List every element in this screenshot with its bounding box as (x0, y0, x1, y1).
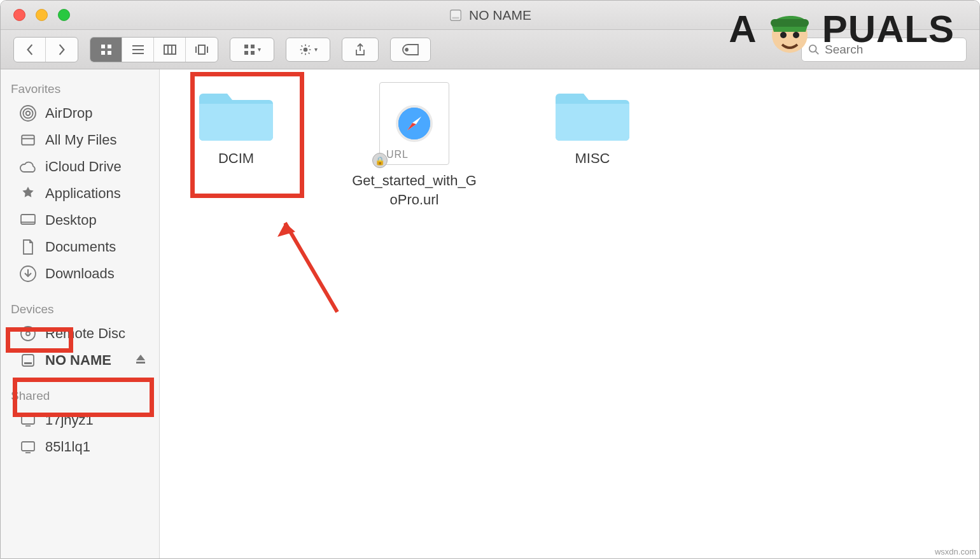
svg-point-19 (303, 47, 307, 52)
folder-icon (554, 82, 631, 143)
search-icon (808, 44, 820, 55)
search-input[interactable] (825, 43, 960, 57)
all-files-icon (18, 132, 38, 148)
svg-point-20 (405, 48, 408, 51)
sidebar-item-shared-2[interactable]: 85l1lq1 (1, 434, 159, 460)
icon-view-button[interactable] (90, 38, 122, 62)
svg-rect-18 (251, 51, 255, 55)
file-label: Get_started_with_GoPro.url (351, 171, 478, 209)
file-item-misc[interactable]: MISC (529, 82, 656, 168)
svg-point-24 (23, 108, 32, 118)
sidebar-item-documents[interactable]: Documents (1, 234, 159, 260)
sidebar-item-label: NO NAME (45, 352, 111, 369)
sidebar-item-label: 17jnyz1 (45, 412, 94, 428)
disk-icon (18, 353, 38, 368)
devices-header: Devices (1, 299, 64, 320)
cloud-icon (18, 160, 38, 173)
favorites-header: Favorites (1, 78, 71, 100)
folder-icon (198, 82, 274, 143)
window-title-text: NO NAME (469, 8, 531, 23)
safari-icon (396, 105, 433, 142)
svg-rect-33 (22, 355, 34, 366)
toolbar: ▾ ▾ (1, 30, 979, 69)
svg-point-21 (809, 45, 816, 52)
svg-point-23 (26, 111, 31, 116)
file-item-gopro-url[interactable]: URL 🔒 Get_started_with_GoPro.url (351, 82, 478, 209)
svg-rect-26 (22, 135, 34, 145)
sidebar-item-downloads[interactable]: Downloads (1, 260, 159, 287)
traffic-lights (1, 9, 70, 21)
close-button[interactable] (13, 9, 25, 21)
sidebar-item-airdrop[interactable]: AirDrop (1, 100, 159, 127)
search-field[interactable] (801, 38, 967, 62)
arrange-button[interactable]: ▾ (230, 38, 274, 62)
disc-icon (18, 325, 38, 342)
sidebar-item-label: AirDrop (45, 105, 93, 122)
svg-rect-34 (24, 362, 32, 364)
sidebar-item-label: Downloads (45, 265, 115, 282)
svg-rect-16 (251, 45, 255, 48)
svg-rect-2 (101, 45, 105, 48)
file-label: MISC (575, 149, 610, 168)
computer-icon (18, 440, 38, 454)
url-file-icon: URL 🔒 (379, 82, 449, 165)
fullscreen-button[interactable] (58, 9, 70, 21)
downloads-icon (18, 265, 38, 282)
svg-point-32 (26, 332, 30, 336)
computer-icon (18, 413, 38, 427)
svg-line-22 (816, 51, 819, 54)
footer-source: wsxdn.com (935, 547, 976, 556)
sidebar-item-label: Documents (45, 239, 116, 255)
svg-rect-9 (164, 45, 176, 54)
sidebar-item-icloud-drive[interactable]: iCloud Drive (1, 153, 159, 180)
file-label: DCIM (218, 149, 254, 168)
sidebar-item-remote-disc[interactable]: Remote Disc (1, 320, 159, 347)
svg-rect-5 (108, 51, 111, 55)
nav-buttons (13, 37, 78, 62)
action-button[interactable]: ▾ (286, 38, 330, 62)
sidebar-item-applications[interactable]: Applications (1, 180, 159, 207)
sidebar-item-label: iCloud Drive (45, 159, 122, 175)
eject-icon[interactable] (135, 352, 146, 369)
back-button[interactable] (14, 38, 46, 62)
sidebar-item-desktop[interactable]: Desktop (1, 207, 159, 234)
airdrop-icon (18, 105, 38, 122)
body: Favorites AirDrop All My Files iCloud Dr… (1, 69, 979, 558)
view-mode-buttons (90, 37, 218, 62)
minimize-button[interactable] (36, 9, 48, 21)
svg-rect-12 (199, 45, 205, 54)
titlebar: NO NAME (1, 1, 979, 30)
forward-button[interactable] (46, 38, 78, 62)
sidebar-item-shared-1[interactable]: 17jnyz1 (1, 407, 159, 434)
svg-rect-17 (244, 51, 248, 55)
window-title: NO NAME (449, 8, 531, 23)
svg-rect-35 (136, 362, 145, 364)
sidebar-item-all-my-files[interactable]: All My Files (1, 127, 159, 153)
column-view-button[interactable] (154, 38, 186, 62)
sidebar-item-label: Applications (45, 185, 121, 202)
chevron-down-icon: ▾ (314, 46, 318, 53)
document-icon (18, 239, 38, 255)
tags-button[interactable] (390, 38, 431, 62)
file-list: DCIM URL 🔒 Get_started_with_GoPro.url (160, 69, 979, 558)
svg-point-31 (21, 327, 35, 341)
sidebar-item-label: All My Files (45, 132, 116, 148)
list-view-button[interactable] (122, 38, 154, 62)
chevron-down-icon: ▾ (258, 46, 261, 53)
file-item-dcim[interactable]: DCIM (172, 82, 300, 168)
svg-rect-3 (108, 45, 111, 48)
sidebar-item-label: Remote Disc (45, 325, 125, 342)
sidebar: Favorites AirDrop All My Files iCloud Dr… (1, 69, 160, 558)
coverflow-view-button[interactable] (186, 38, 218, 62)
lock-icon: 🔒 (372, 153, 388, 168)
share-button[interactable] (342, 38, 379, 62)
svg-rect-1 (452, 17, 459, 18)
svg-rect-36 (22, 415, 34, 424)
finder-window: NO NAME (0, 0, 980, 559)
sidebar-item-no-name[interactable]: NO NAME (1, 347, 159, 374)
svg-rect-38 (22, 442, 34, 451)
applications-icon (18, 185, 38, 202)
svg-rect-0 (451, 10, 461, 20)
svg-rect-4 (101, 51, 105, 55)
url-badge: URL (386, 149, 442, 160)
